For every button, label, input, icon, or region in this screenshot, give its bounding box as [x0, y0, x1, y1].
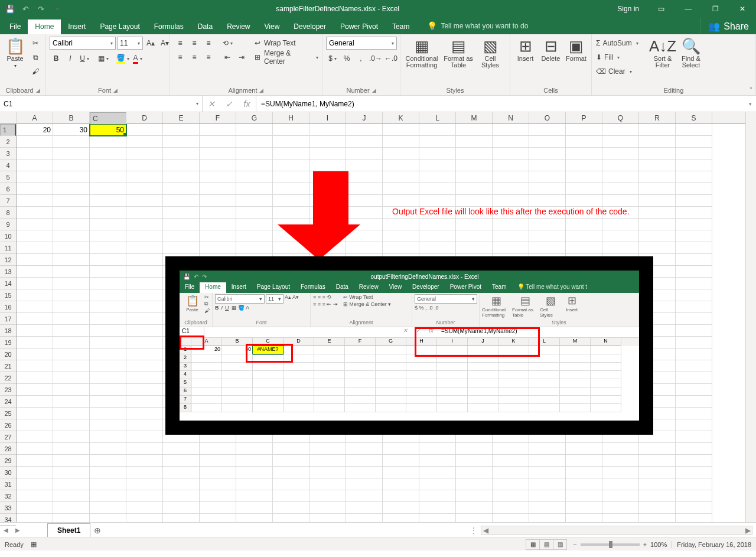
cell-D5[interactable]: [126, 171, 163, 183]
cell-I3[interactable]: [309, 148, 346, 159]
decrease-indent-icon[interactable]: ⇤: [221, 51, 234, 64]
wrap-text-button[interactable]: ↩Wrap Text: [254, 37, 319, 50]
cell-C30[interactable]: [90, 467, 126, 478]
cell-M6[interactable]: [456, 183, 493, 195]
cell-C27[interactable]: [90, 431, 126, 443]
border-button[interactable]: ▦: [97, 52, 110, 65]
cell-P11[interactable]: [566, 242, 602, 254]
cell-S10[interactable]: [676, 230, 712, 242]
cell-J2[interactable]: [346, 136, 383, 148]
cell-G31[interactable]: [236, 478, 273, 490]
cell-G34[interactable]: [236, 514, 273, 522]
cell-L31[interactable]: [419, 478, 456, 490]
cell-P29[interactable]: [566, 455, 602, 467]
align-bottom-icon[interactable]: ≡: [202, 37, 215, 50]
cell-A16[interactable]: [17, 301, 53, 313]
cell-P4[interactable]: [566, 159, 602, 171]
cell-B27[interactable]: [53, 431, 90, 443]
cell-C24[interactable]: [90, 396, 126, 408]
cell-R2[interactable]: [639, 136, 676, 148]
cell-P10[interactable]: [566, 230, 602, 242]
row-header-5[interactable]: 5: [0, 171, 16, 183]
cell-D17[interactable]: [126, 313, 163, 325]
cell-F30[interactable]: [200, 467, 236, 478]
cell-M33[interactable]: [456, 502, 493, 514]
cell-M7[interactable]: [456, 195, 493, 207]
tab-formulas[interactable]: Formulas: [147, 19, 191, 34]
cell-H3[interactable]: [273, 148, 309, 159]
cell-H34[interactable]: [273, 514, 309, 522]
cell-J31[interactable]: [346, 478, 383, 490]
cell-B16[interactable]: [53, 301, 90, 313]
cell-N31[interactable]: [493, 478, 529, 490]
cell-C12[interactable]: [90, 254, 126, 266]
cell-B14[interactable]: [53, 278, 90, 289]
tab-power-pivot[interactable]: Power Pivot: [333, 19, 385, 34]
cell-A20[interactable]: [17, 348, 53, 360]
cell-O11[interactable]: [529, 242, 566, 254]
cell-B23[interactable]: [53, 384, 90, 396]
cell-E8[interactable]: [163, 207, 200, 219]
cell-K28[interactable]: [383, 443, 419, 455]
cell-F5[interactable]: [200, 171, 236, 183]
cell-A19[interactable]: [17, 337, 53, 348]
cell-F8[interactable]: [200, 207, 236, 219]
column-header-J[interactable]: J: [346, 112, 383, 123]
cell-D28[interactable]: [126, 443, 163, 455]
cell-S31[interactable]: [676, 478, 712, 490]
cell-C19[interactable]: [90, 337, 126, 348]
cell-K30[interactable]: [383, 467, 419, 478]
cell-E33[interactable]: [163, 502, 200, 514]
cell-C7[interactable]: [90, 195, 126, 207]
cell-B25[interactable]: [53, 408, 90, 419]
tab-insert[interactable]: Insert: [61, 19, 93, 34]
minimize-icon[interactable]: —: [674, 0, 702, 18]
percent-button[interactable]: %: [340, 52, 353, 65]
tab-data[interactable]: Data: [191, 19, 220, 34]
cell-K3[interactable]: [383, 148, 419, 159]
cell-C9[interactable]: [90, 219, 126, 230]
cell-J33[interactable]: [346, 502, 383, 514]
cell-A32[interactable]: [17, 490, 53, 502]
cell-G28[interactable]: [236, 443, 273, 455]
column-header-C[interactable]: C: [90, 112, 126, 125]
cell-N5[interactable]: [493, 171, 529, 183]
cell-B18[interactable]: [53, 325, 90, 337]
cell-Q29[interactable]: [602, 455, 639, 467]
cell-D6[interactable]: [126, 183, 163, 195]
clear-button[interactable]: ⌫Clear: [595, 65, 647, 78]
row-header-17[interactable]: 17: [0, 313, 16, 325]
cell-S22[interactable]: [676, 372, 712, 384]
row-header-13[interactable]: 13: [0, 266, 16, 278]
cell-B21[interactable]: [53, 360, 90, 372]
cell-H32[interactable]: [273, 490, 309, 502]
cell-B2[interactable]: [53, 136, 90, 148]
signin-button[interactable]: Sign in: [609, 5, 647, 13]
sheet-tab-sheet1[interactable]: Sheet1: [47, 523, 90, 537]
cell-M29[interactable]: [456, 455, 493, 467]
cell-J3[interactable]: [346, 148, 383, 159]
cell-S6[interactable]: [676, 183, 712, 195]
cell-D20[interactable]: [126, 348, 163, 360]
cell-C16[interactable]: [90, 301, 126, 313]
cell-I28[interactable]: [309, 443, 346, 455]
cell-D3[interactable]: [126, 148, 163, 159]
ribbon-options-icon[interactable]: ▭: [647, 0, 674, 18]
cell-A14[interactable]: [17, 278, 53, 289]
cell-G29[interactable]: [236, 455, 273, 467]
row-header-20[interactable]: 20: [0, 348, 16, 360]
redo-icon[interactable]: ↷: [35, 4, 46, 14]
cell-L2[interactable]: [419, 136, 456, 148]
zoom-value[interactable]: 100%: [650, 541, 667, 548]
cell-Q10[interactable]: [602, 230, 639, 242]
cell-G30[interactable]: [236, 467, 273, 478]
cell-A15[interactable]: [17, 289, 53, 301]
formula-input[interactable]: =SUM(MyName1, MyName2): [256, 96, 744, 112]
cell-L5[interactable]: [419, 171, 456, 183]
decrease-decimal-icon[interactable]: ←.0: [384, 52, 398, 65]
row-header-22[interactable]: 22: [0, 372, 16, 384]
macro-record-icon[interactable]: ▦: [31, 540, 37, 548]
cell-J30[interactable]: [346, 467, 383, 478]
cell-P30[interactable]: [566, 467, 602, 478]
row-header-29[interactable]: 29: [0, 455, 16, 467]
